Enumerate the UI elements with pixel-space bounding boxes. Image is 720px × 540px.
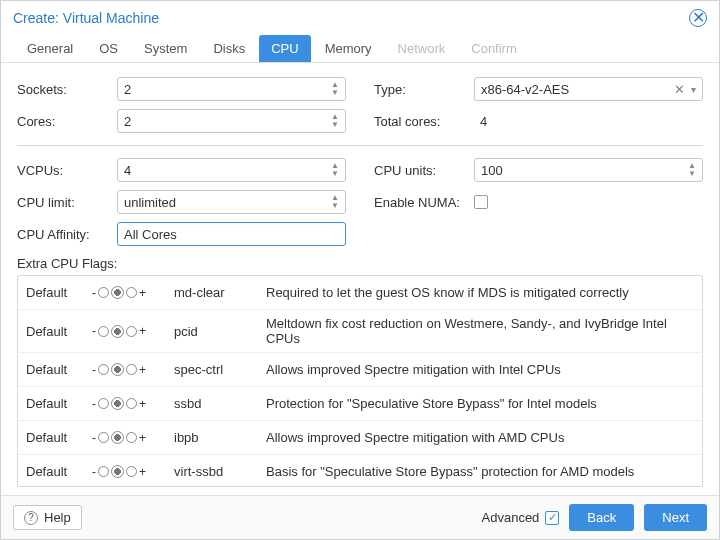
flag-state: Default xyxy=(26,324,82,339)
spinner-arrows-icon[interactable]: ▲▼ xyxy=(688,162,696,178)
tab-memory[interactable]: Memory xyxy=(313,35,384,62)
flag-state: Default xyxy=(26,430,82,445)
table-row: Default - + virt-ssbd Basis for "Specula… xyxy=(18,455,702,486)
next-button[interactable]: Next xyxy=(644,504,707,531)
section-divider xyxy=(17,145,703,146)
flag-toggle[interactable]: - + xyxy=(92,286,164,300)
dialog-footer: ? Help Advanced ✓ Back Next xyxy=(1,495,719,539)
help-label: Help xyxy=(44,510,71,525)
table-row: Default - + ssbd Protection for "Specula… xyxy=(18,387,702,421)
flag-toggle[interactable]: - + xyxy=(92,324,164,338)
tab-system[interactable]: System xyxy=(132,35,199,62)
tab-network: Network xyxy=(386,35,458,62)
flag-state: Default xyxy=(26,396,82,411)
extra-flags-panel: Default - + md-clear Required to let the… xyxy=(17,275,703,487)
total-cores-value: 4 xyxy=(474,114,487,129)
tab-os[interactable]: OS xyxy=(87,35,130,62)
cpu-affinity-value: All Cores xyxy=(124,227,177,242)
flag-desc: Protection for "Speculative Store Bypass… xyxy=(266,396,694,411)
cpu-limit-spinner[interactable]: unlimited ▲▼ xyxy=(117,190,346,214)
table-row: Default - + spec-ctrl Allows improved Sp… xyxy=(18,353,702,387)
sockets-value: 2 xyxy=(124,82,331,97)
flag-name: ibpb xyxy=(174,430,256,445)
titlebar: Create: Virtual Machine ✕ xyxy=(1,1,719,31)
help-icon: ? xyxy=(24,511,38,525)
sockets-label: Sockets: xyxy=(17,82,109,97)
close-icon[interactable]: ✕ xyxy=(689,9,707,27)
flag-state: Default xyxy=(26,464,82,479)
dialog-body: Sockets: 2 ▲▼ Type: x86-64-v2-AES ✕ ▾ Co… xyxy=(1,63,719,495)
type-label: Type: xyxy=(374,82,466,97)
spinner-arrows-icon[interactable]: ▲▼ xyxy=(331,113,339,129)
extra-flags-label: Extra CPU Flags: xyxy=(17,256,703,271)
vcpus-label: VCPUs: xyxy=(17,163,109,178)
dialog-title: Create: Virtual Machine xyxy=(13,10,159,26)
flag-toggle[interactable]: - + xyxy=(92,397,164,411)
numa-checkbox[interactable] xyxy=(474,195,488,209)
advanced-toggle[interactable]: Advanced ✓ xyxy=(482,510,560,525)
cpu-units-label: CPU units: xyxy=(374,163,466,178)
numa-label: Enable NUMA: xyxy=(374,195,466,210)
flag-desc: Basis for "Speculative Store Bypass" pro… xyxy=(266,464,694,479)
flag-toggle[interactable]: - + xyxy=(92,465,164,479)
flag-toggle[interactable]: - + xyxy=(92,363,164,377)
sockets-spinner[interactable]: 2 ▲▼ xyxy=(117,77,346,101)
tab-cpu[interactable]: CPU xyxy=(259,35,310,62)
flag-name: pcid xyxy=(174,324,256,339)
flag-toggle[interactable]: - + xyxy=(92,431,164,445)
cpu-limit-value: unlimited xyxy=(124,195,331,210)
tab-disks[interactable]: Disks xyxy=(201,35,257,62)
flag-name: spec-ctrl xyxy=(174,362,256,377)
cores-value: 2 xyxy=(124,114,331,129)
spinner-arrows-icon[interactable]: ▲▼ xyxy=(331,162,339,178)
flag-state: Default xyxy=(26,285,82,300)
help-button[interactable]: ? Help xyxy=(13,505,82,530)
advanced-checkbox[interactable]: ✓ xyxy=(545,511,559,525)
cpu-affinity-label: CPU Affinity: xyxy=(17,227,109,242)
tab-confirm: Confirm xyxy=(459,35,529,62)
back-button[interactable]: Back xyxy=(569,504,634,531)
clear-icon[interactable]: ✕ xyxy=(674,82,685,97)
spinner-arrows-icon[interactable]: ▲▼ xyxy=(331,194,339,210)
flag-desc: Allows improved Spectre mitigation with … xyxy=(266,430,694,445)
extra-flags-list[interactable]: Default - + md-clear Required to let the… xyxy=(18,276,702,486)
wizard-tabs: General OS System Disks CPU Memory Netwo… xyxy=(1,31,719,63)
advanced-label: Advanced xyxy=(482,510,540,525)
flag-name: ssbd xyxy=(174,396,256,411)
spinner-arrows-icon[interactable]: ▲▼ xyxy=(331,81,339,97)
flag-name: md-clear xyxy=(174,285,256,300)
cores-label: Cores: xyxy=(17,114,109,129)
tab-general[interactable]: General xyxy=(15,35,85,62)
flag-desc: Required to let the guest OS know if MDS… xyxy=(266,285,694,300)
chevron-down-icon[interactable]: ▾ xyxy=(691,84,696,95)
total-cores-label: Total cores: xyxy=(374,114,466,129)
cores-spinner[interactable]: 2 ▲▼ xyxy=(117,109,346,133)
flag-state: Default xyxy=(26,362,82,377)
create-vm-dialog: Create: Virtual Machine ✕ General OS Sys… xyxy=(0,0,720,540)
flag-name: virt-ssbd xyxy=(174,464,256,479)
cpu-type-value: x86-64-v2-AES xyxy=(481,82,668,97)
table-row: Default - + md-clear Required to let the… xyxy=(18,276,702,310)
cpu-limit-label: CPU limit: xyxy=(17,195,109,210)
cpu-type-select[interactable]: x86-64-v2-AES ✕ ▾ xyxy=(474,77,703,101)
cpu-units-value: 100 xyxy=(481,163,688,178)
vcpus-value: 4 xyxy=(124,163,331,178)
flag-desc: Allows improved Spectre mitigation with … xyxy=(266,362,694,377)
cpu-affinity-input[interactable]: All Cores xyxy=(117,222,346,246)
cpu-units-spinner[interactable]: 100 ▲▼ xyxy=(474,158,703,182)
table-row: Default - + ibpb Allows improved Spectre… xyxy=(18,421,702,455)
flag-desc: Meltdown fix cost reduction on Westmere,… xyxy=(266,316,694,346)
table-row: Default - + pcid Meltdown fix cost reduc… xyxy=(18,310,702,353)
vcpus-spinner[interactable]: 4 ▲▼ xyxy=(117,158,346,182)
